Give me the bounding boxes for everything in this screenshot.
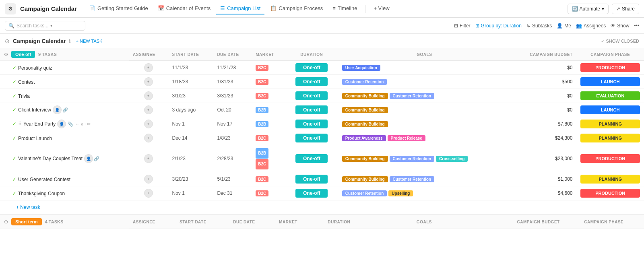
link-icon[interactable]: 🔗 [94,156,99,161]
phase-cell: LAUNCH [576,75,644,89]
goals-column-cell: Community Building [338,103,511,117]
start-date-cell[interactable]: 3/20/23 [168,172,213,186]
phase-badge: PLANNING [580,134,640,142]
task-name[interactable]: Trivia [18,93,30,99]
task-name[interactable]: Year End Party [23,121,56,127]
group-collapse-icon[interactable]: ⊙ [4,52,8,57]
assignee-avatar[interactable]: + [144,120,153,128]
assignee-avatar[interactable]: + [144,63,153,72]
start-date-cell[interactable]: Dec 14 [168,131,213,145]
goals-column-cell: Product AwarenessProduct Release [338,131,511,145]
due-date-cell[interactable]: Oct 20 [213,103,252,117]
edit-icon[interactable]: ✏ [87,122,91,126]
col-duration: DURATION [286,48,338,61]
assignees-button[interactable]: 👥 Assignees [576,23,606,29]
new-task-link[interactable]: + New task [4,203,640,212]
start-date-cell[interactable]: 11/1/23 [168,61,213,75]
assignee-cell: + [129,103,168,117]
assignee-avatar[interactable]: + [144,189,153,198]
start-date-cell[interactable]: 1/18/23 [168,75,213,89]
attachment-icon[interactable]: 📎 [68,122,73,126]
goals-cell: Community BuildingCustomer RetentionCros… [342,155,507,162]
due-date-cell[interactable]: 11/21/23 [213,61,252,75]
filter-button[interactable]: ⊟ Filter [454,23,471,29]
market-badge-b2c: B2C [256,159,268,169]
goals-cell: User Acquisition [342,64,507,71]
short-term-header-cell: ⊙ Short term 4 TASKS [0,215,129,229]
drag-handle[interactable]: ⠿ [18,121,22,127]
add-view-btn[interactable]: + View [369,3,393,14]
tab-campaign-process[interactable]: 📋 Campaign Process [266,3,327,14]
tag-icon[interactable]: 🏷 [81,122,85,126]
col-goals: GOALS [338,48,511,61]
st-col-duration: DURATION [316,215,363,229]
duration-badge: One-off [295,91,328,100]
due-date-cell[interactable]: Nov 17 [213,117,252,131]
me-button[interactable]: 👤 Me [557,23,571,29]
section-info-icon[interactable]: ℹ [69,38,71,44]
phase-cell: PRODUCTION [576,61,644,75]
automate-button[interactable]: 🔄 Automate ▾ [568,4,609,14]
assignee-avatar[interactable]: + [144,175,153,184]
st-col-start: START DATE [175,215,229,229]
assignee-avatar[interactable]: + [144,134,153,142]
due-date-cell[interactable]: 1/8/23 [213,131,252,145]
goals-cell: Community Building [342,121,507,128]
due-date-cell[interactable]: Dec 31 [213,186,252,200]
short-term-collapse-icon[interactable]: ⊙ [4,219,8,225]
budget-cell: $0 [511,61,577,75]
task-name[interactable]: User Generated Contest [18,177,70,182]
duration-badge: One-off [295,175,328,184]
duration-badge: One-off [295,134,328,142]
start-date-cell[interactable]: 2/1/23 [168,145,213,172]
start-date-cell[interactable]: 3 days ago [168,103,213,117]
tab-campaign-list[interactable]: ☰ Campaign List [216,3,264,14]
start-date-cell[interactable]: Nov 1 [168,117,213,131]
search-box[interactable]: 🔍 Search tasks... ▾ [5,21,85,31]
subtask-icon: ↳ [526,23,530,29]
phase-cell: LAUNCH [576,103,644,117]
subtasks-button[interactable]: ↳ Subtasks [526,23,552,29]
new-task-button[interactable]: + NEW TASK [76,39,102,43]
assignee-avatar[interactable]: + [144,105,153,114]
goals-cell: Community Building [342,107,507,113]
due-date-cell[interactable]: 2/28/23 [213,145,252,172]
task-name[interactable]: Product Launch [18,136,52,141]
goals-column-cell: User Acquisition [338,61,511,75]
relation-icon[interactable]: ↔ [75,122,79,126]
assignee-avatar[interactable]: + [144,91,153,100]
table-row: ✓Trivia + 3/1/23 3/31/23 B2C One-off Com… [0,89,644,103]
task-name[interactable]: Personality quiz [18,65,52,71]
tab-getting-started[interactable]: 📄 Getting Started Guide [85,3,152,14]
check-icon: ✓ [12,190,17,196]
task-name-cell: ✓User Generated Contest [0,172,129,186]
share-button[interactable]: ↗ Share [612,4,639,14]
due-date-cell[interactable]: 3/31/23 [213,89,252,103]
group-by-button[interactable]: ⊞ Group by: Duration [475,23,522,29]
task-name[interactable]: Valentine's Day Couples Treat [18,156,83,161]
phase-cell: PLANNING [576,117,644,131]
short-term-badge: Short term [11,218,42,225]
more-options-button[interactable]: ••• [634,23,639,29]
tab-calendar-events[interactable]: 📅 Calendar of Events [154,3,215,14]
tab-timeline[interactable]: ≡ Timeline [328,3,361,14]
assignee-cell: + [129,131,168,145]
task-name[interactable]: Client Interview [18,107,51,113]
assignee-avatar[interactable]: + [144,77,153,86]
one-off-badge: One-off [11,51,35,58]
due-date-cell[interactable]: 5/1/23 [213,172,252,186]
assignee-avatar[interactable]: + [144,154,153,163]
due-date-cell[interactable]: 1/31/23 [213,75,252,89]
start-date-cell[interactable]: 3/1/23 [168,89,213,103]
task-name-cell: ✓Thanksgiving Coupon [0,186,129,200]
task-name-cell: ✓Product Launch [0,131,129,145]
show-button[interactable]: 👁 Show [611,23,629,29]
section-toggle[interactable]: ⊙ [5,38,10,44]
task-name[interactable]: Contest [18,79,35,85]
show-closed-button[interactable]: ✓ SHOW CLOSED [601,39,639,44]
link-icon[interactable]: 🔗 [62,107,68,112]
budget-cell: $0 [511,103,577,117]
task-name[interactable]: Thanksgiving Coupon [18,191,65,196]
start-date-cell[interactable]: Nov 1 [168,186,213,200]
market-badge: B2C [256,190,268,196]
